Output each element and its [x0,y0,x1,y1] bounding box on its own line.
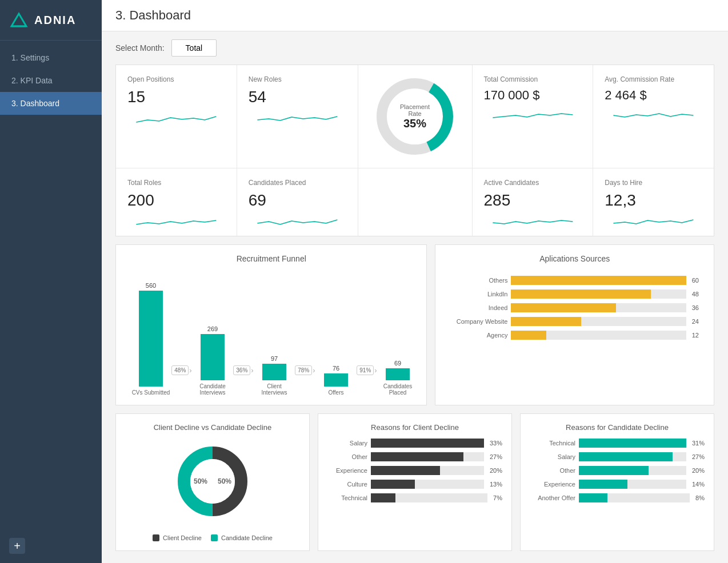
client-hbar-other-track [371,452,484,461]
select-month-area: Select Month: Total [115,39,714,57]
hbar-others-label: Others [450,277,507,284]
kpi-active-candidates-sparkline [484,215,582,229]
hbar-agency-val: 12 [692,332,699,339]
kpi-total-roles-value: 200 [127,191,154,210]
hbar-company-track [511,317,686,326]
funnel-client-bar [262,364,286,380]
hbar-company-label: Company Website [450,318,507,325]
sidebar-item-dashboard[interactable]: 3. Dashboard [0,92,102,115]
hbar-indeed-val: 36 [692,304,699,311]
kpi-top-row: Open Positions 15 New Roles 54 [116,65,714,168]
sidebar-nav: 1. Settings 2. KPI Data 3. Dashboard [0,41,102,529]
funnel-cvs-value: 560 [146,282,156,289]
client-hbar-technical-track [371,493,487,502]
kpi-total-roles-label: Total Roles [127,179,161,187]
sidebar-item-kpi[interactable]: 2. KPI Data [0,69,102,92]
cand-hbar-salary-track [579,452,686,461]
client-hbar-technical-val: 7% [493,494,502,501]
funnel-offers-value: 76 [333,365,339,372]
candidate-decline-card: Reasons for Candidate Decline Technical … [520,413,714,551]
kpi-open-positions-sparkline [127,112,225,126]
cand-hbar-technical: Technical 31% [530,439,705,448]
client-decline-title: Reasons for Client Decline [327,423,502,432]
client-hbar-experience-track [371,466,484,475]
hbar-indeed-label: Indeed [450,304,507,311]
funnel-offers-bar [324,373,348,387]
hbar-linkedin: LinkdIn 48 [450,289,699,299]
cand-hbar-experience-fill [579,480,627,489]
app-sources-card: Aplications Sources Others 60 LinkdIn 48 [435,244,714,405]
client-hbar-experience: Experience 20% [327,466,502,475]
kpi-total-roles-sparkline [127,215,225,229]
bottom-section: Client Decline vs Candidate Decline 50% … [115,413,714,551]
client-pct: 50% [194,477,207,485]
logo-text: ADNIA [34,14,76,27]
client-hbar-culture-label: Culture [327,481,367,488]
client-hbar-other-fill [371,452,463,461]
client-hbar-salary-track [371,439,484,448]
decline-donut: 50% 50% [170,439,255,524]
hbar-others-track [511,276,686,285]
main-content: 3. Dashboard Select Month: Total Open Po… [102,0,728,563]
cand-hbar-salary-label: Salary [530,453,575,460]
funnel-offers-label: Offers [316,389,356,396]
cand-hbar-salary-fill [579,452,673,461]
hbar-company: Company Website 24 [450,317,699,326]
decline-legend: Client Decline Candidate Decline [153,534,273,541]
funnel-group-candidate: 269 Candidate Interviews [193,325,233,396]
hbar-linkedin-val: 48 [692,291,699,297]
client-hbar-experience-label: Experience [327,467,367,474]
kpi-candidates-placed: Candidates Placed 69 [237,168,358,236]
placement-rate-donut: Placement Rate 35% [358,65,473,168]
hbar-others-val: 60 [692,277,699,284]
legend-client-label: Client Decline [163,534,202,541]
funnel-arrow-1: 48% › [171,365,193,375]
select-month-label: Select Month: [115,43,165,53]
funnel-arrow-2: 36% › [233,365,254,375]
decline-pct-labels: 50% 50% [194,477,231,485]
cand-hbar-other-label: Other [530,467,575,474]
add-button[interactable]: + [9,538,25,554]
legend-client-dot [153,534,159,541]
client-hbar-other: Other 27% [327,452,502,461]
hbar-agency: Agency 12 [450,331,699,340]
funnel-arrow-3-sym: › [313,366,315,375]
kpi-avg-commission: Avg. Commission Rate 2 464 $ [593,65,714,168]
funnel-group-offers: 76 Offers [316,365,356,396]
kpi-days-to-hire-value: 12,3 [605,191,636,210]
sidebar-logo: ADNIA [0,0,102,41]
cand-hbar-other-val: 20% [692,467,705,474]
client-hbar-salary-val: 33% [490,440,502,447]
cand-hbar-salary-val: 27% [692,453,705,460]
funnel-group-client: 97 Client Interviews [254,355,294,396]
recruitment-funnel-card: Recruitment Funnel 560 CVs Submitted 48%… [115,244,427,405]
funnel-arrow-4-badge: 91% [357,365,374,375]
kpi-section: Open Positions 15 New Roles 54 [115,65,714,236]
kpi-new-roles: New Roles 54 [237,65,358,168]
donut-label: Placement Rate 35% [394,103,437,130]
cand-hbar-experience-track [579,480,686,489]
decline-card: Client Decline vs Candidate Decline 50% … [115,413,310,551]
kpi-candidates-placed-sparkline [249,215,346,229]
donut-spacer [358,168,473,236]
funnel-arrow-4-sym: › [374,366,377,375]
cand-hbar-other-fill [579,466,649,475]
hbar-indeed: Indeed 36 [450,303,699,312]
funnel-client-label: Client Interviews [254,383,294,396]
kpi-new-roles-label: New Roles [249,75,282,83]
client-hbar-salary: Salary 33% [327,439,502,448]
hbar-others-fill [511,276,686,285]
sidebar-item-settings[interactable]: 1. Settings [0,46,102,69]
kpi-avg-commission-label: Avg. Commission Rate [605,75,674,83]
select-month-button[interactable]: Total [171,39,217,57]
client-hbar-other-val: 27% [490,453,502,460]
kpi-candidates-placed-label: Candidates Placed [249,179,306,187]
funnel-candidate-bar [201,334,225,380]
candidate-decline-bars: Technical 31% Salary 27% Other [530,439,705,502]
hbar-agency-label: Agency [450,332,507,339]
funnel-cvs-label: CVs Submitted [131,389,171,396]
cand-hbar-experience-val: 14% [692,481,705,488]
cand-hbar-another-offer-label: Another Offer [530,494,575,501]
kpi-total-commission: Total Commission 170 000 $ [473,65,594,168]
kpi-open-positions-value: 15 [127,88,145,106]
